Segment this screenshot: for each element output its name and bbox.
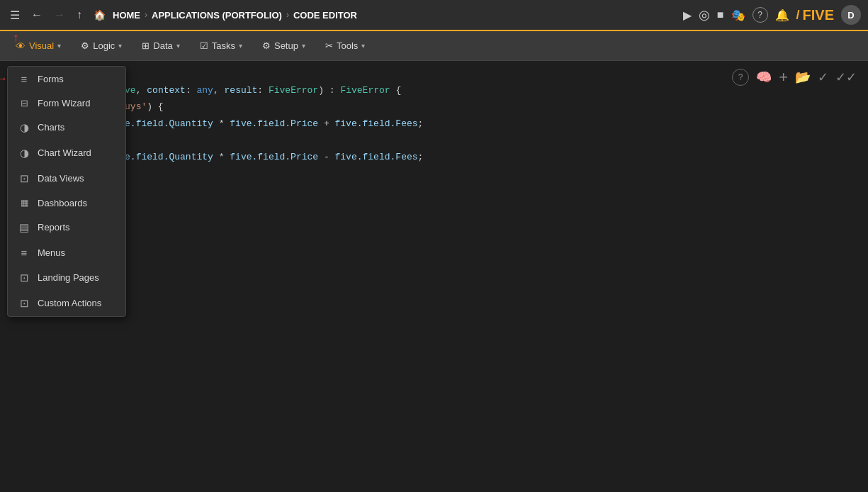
nav-item-visual[interactable]: 👁 Visual ▾ ↑ → ≡ Forms ⊟ Form Wizard ◑ C… [7,36,69,56]
code-line-6 [14,165,854,181]
toolbar-add-icon[interactable]: + [779,68,788,86]
setup-icon: ⚙ [262,40,271,51]
forward-button[interactable]: → [51,6,68,24]
tasks-icon: ☑ [200,40,208,51]
code-line-3: ield.Total = five.field.Quantity * five.… [14,116,854,132]
custom-actions-icon: ⊡ [18,297,30,310]
toolbar-help-icon[interactable]: ? [732,69,749,86]
chat-icon[interactable]: 🎭 [731,9,745,22]
dropdown-item-charts[interactable]: ◑ Charts [8,115,125,140]
data-icon: ⊞ [142,40,150,51]
forms-icon: ≡ [18,73,30,85]
landing-pages-label: Landing Pages [38,272,99,283]
forms-label: Forms [38,74,64,84]
form-wizard-icon: ⊟ [18,98,30,108]
logo-text: FIVE [803,7,834,23]
nav-item-setup[interactable]: ⚙ Setup ▾ [254,36,314,55]
data-views-label: Data Views [38,173,84,184]
content-area: ? 🧠 + 📂 ✓ ✓✓ culateTotal(five: Five, con… [0,61,868,492]
breadcrumb-applications[interactable]: APPLICATIONS (PORTFOLIO) [152,10,282,21]
logic-icon: ⚙ [81,40,89,51]
dropdown-item-dashboards[interactable]: ▦ Dashboards [8,191,125,215]
setup-chevron: ▾ [302,42,305,50]
nav-item-tasks[interactable]: ☑ Tasks ▾ [191,36,251,55]
menus-label: Menus [38,247,65,258]
up-button[interactable]: ↑ [74,6,85,24]
dropdown-item-landing-pages[interactable]: ⊡ Landing Pages [8,265,125,291]
breadcrumb-sep1: › [145,10,147,20]
stop-icon[interactable]: ■ [717,9,724,21]
top-bar: ☰ ← → ↑ 🏠 HOME › APPLICATIONS (PORTFOLIO… [0,0,868,31]
five-logo: / FIVE [796,7,834,23]
dropdown-arrow-forms: → [0,72,8,85]
reports-icon: ▤ [18,221,30,234]
toolbar-brain-icon[interactable]: 🧠 [756,69,772,85]
code-line-2: .actionID() === 'Buys') { [14,99,854,115]
nav-setup-label: Setup [274,40,298,51]
bell-icon[interactable]: 🔔 [775,9,789,22]
tools-icon: ✂ [325,40,333,51]
form-wizard-label: Form Wizard [38,98,90,108]
nav-visual-label: Visual [29,40,54,51]
nav-logic-label: Logic [93,40,115,51]
dashboards-icon: ▦ [18,198,30,208]
avatar[interactable]: D [841,5,861,25]
breadcrumb-code-editor[interactable]: CODE EDITOR [293,10,357,21]
visual-dropdown: → ≡ Forms ⊟ Form Wizard ◑ Charts ◑ Chart… [7,66,126,317]
dashboards-label: Dashboards [38,198,87,208]
toolbar-saveall-icon[interactable]: ✓✓ [835,69,857,85]
nav-tools-label: Tools [337,40,358,51]
nav-item-logic[interactable]: ⚙ Logic ▾ [72,36,130,55]
chart-wizard-label: Chart Wizard [38,147,91,158]
breadcrumb-home[interactable]: HOME [113,10,140,21]
toolbar-folder-icon[interactable]: 📂 [795,69,811,85]
search-icon[interactable]: ◎ [699,7,710,23]
menus-icon: ≡ [18,247,30,259]
tools-chevron: ▾ [361,42,365,50]
dropdown-item-custom-actions[interactable]: ⊡ Custom Actions [8,291,125,316]
play-icon[interactable]: ▶ [683,9,692,22]
dropdown-item-forms[interactable]: → ≡ Forms [8,67,125,91]
top-bar-right: ▶ ◎ ■ 🎭 ? 🔔 / FIVE D [683,5,861,25]
toolbar-save-icon[interactable]: ✓ [818,69,828,85]
back-button[interactable]: ← [28,6,45,24]
logic-chevron: ▾ [118,42,122,50]
reports-label: Reports [38,222,70,233]
code-toolbar: ? 🧠 + 📂 ✓ ✓✓ [721,61,868,94]
data-chevron: ▾ [176,42,180,50]
visual-chevron: ▾ [57,42,61,50]
nav-item-tools[interactable]: ✂ Tools ▾ [317,36,373,55]
home-icon[interactable]: 🏠 [91,6,108,23]
dropdown-item-menus[interactable]: ≡ Menus [8,240,125,265]
breadcrumb-sep2: › [286,10,289,20]
charts-label: Charts [38,122,64,133]
dropdown-item-data-views[interactable]: ⊡ Data Views [8,166,125,191]
nav-tasks-label: Tasks [212,40,235,51]
chart-wizard-icon: ◑ [18,147,30,160]
nav-bar: 👁 Visual ▾ ↑ → ≡ Forms ⊟ Form Wizard ◑ C… [0,31,868,61]
breadcrumb: 🏠 HOME › APPLICATIONS (PORTFOLIO) › CODE… [91,6,677,23]
nav-data-label: Data [153,40,172,51]
hamburger-icon[interactable]: ☰ [7,6,23,25]
charts-icon: ◑ [18,121,30,134]
dropdown-item-reports[interactable]: ▤ Reports [8,215,125,240]
code-line-5: ield.Total = five.field.Quantity * five.… [14,149,854,165]
custom-actions-label: Custom Actions [38,298,101,308]
dropdown-item-chart-wizard[interactable]: ◑ Chart Wizard [8,140,125,166]
data-views-icon: ⊡ [18,172,30,185]
visual-arrow: ↑ [13,30,19,45]
tasks-chevron: ▾ [239,42,242,50]
dropdown-item-form-wizard[interactable]: ⊟ Form Wizard [8,91,125,115]
nav-item-data[interactable]: ⊞ Data ▾ [133,36,188,55]
visual-nav-container: 👁 Visual ▾ ↑ → ≡ Forms ⊟ Form Wizard ◑ C… [7,36,69,56]
code-editor-area: ? 🧠 + 📂 ✓ ✓✓ culateTotal(five: Five, con… [0,61,868,492]
code-line-4 [14,132,854,148]
code-line-7: ive.success(); [14,181,854,198]
landing-pages-icon: ⊡ [18,272,30,284]
help-icon[interactable]: ? [753,7,768,23]
